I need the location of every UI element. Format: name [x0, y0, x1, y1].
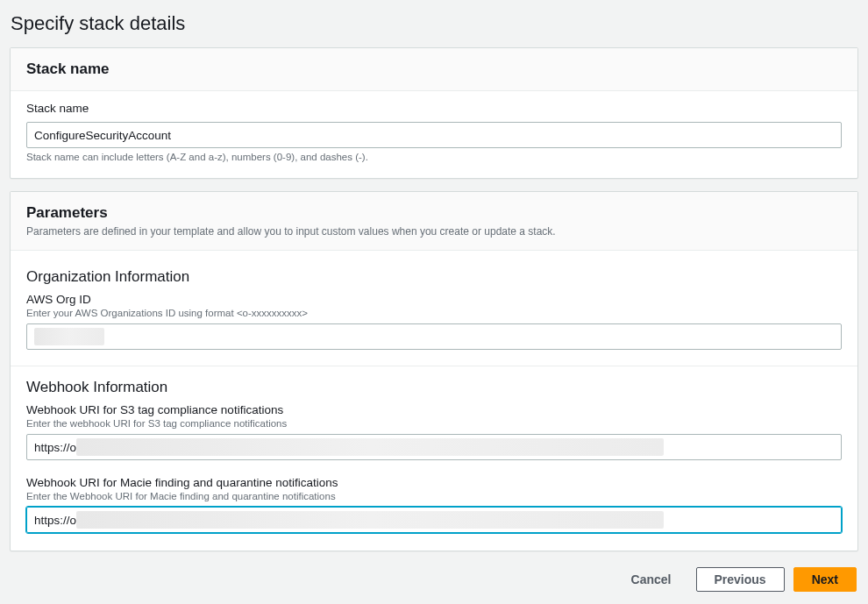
aws-org-id-block: AWS Org ID Enter your AWS Organizations …: [26, 293, 842, 350]
cancel-button[interactable]: Cancel: [615, 567, 687, 592]
webhook-macie-block: Webhook URI for Macie finding and quaran…: [26, 476, 842, 533]
aws-org-id-desc: Enter your AWS Organizations ID using fo…: [26, 308, 842, 318]
webhook-s3-label: Webhook URI for S3 tag compliance notifi…: [26, 403, 842, 416]
next-button[interactable]: Next: [793, 567, 857, 592]
stack-name-hint: Stack name can include letters (A-Z and …: [26, 152, 842, 162]
webhook-s3-block: Webhook URI for S3 tag compliance notifi…: [26, 403, 842, 460]
stack-name-input[interactable]: [26, 122, 842, 148]
webhook-macie-input[interactable]: https://o: [26, 507, 842, 533]
aws-org-id-label: AWS Org ID: [26, 293, 842, 306]
page-title: Specify stack details: [11, 12, 858, 35]
stack-name-label: Stack name: [26, 102, 842, 115]
footer-actions: Cancel Previous Next: [10, 564, 858, 592]
redacted-value: [34, 328, 104, 345]
redacted-value: [76, 511, 664, 529]
parameters-panel: Parameters Parameters are defined in you…: [10, 191, 858, 551]
webhook-s3-desc: Enter the webhook URI for S3 tag complia…: [26, 418, 842, 429]
previous-button[interactable]: Previous: [696, 567, 785, 592]
webhook-s3-prefix: https://o: [31, 441, 76, 454]
stack-name-panel: Stack name Stack name Stack name can inc…: [10, 47, 858, 179]
stack-name-heading: Stack name: [26, 60, 842, 78]
parameters-description: Parameters are defined in your template …: [26, 225, 842, 238]
webhook-macie-label: Webhook URI for Macie finding and quaran…: [26, 476, 842, 489]
parameters-header: Parameters Parameters are defined in you…: [11, 192, 857, 251]
webhook-info-title: Webhook Information: [26, 379, 842, 396]
stack-name-header: Stack name: [11, 48, 857, 91]
aws-org-id-input[interactable]: [26, 323, 842, 350]
org-info-title: Organization Information: [26, 268, 842, 286]
redacted-value: [76, 438, 664, 456]
webhook-macie-prefix: https://o: [31, 514, 76, 527]
parameters-heading: Parameters: [26, 204, 842, 222]
webhook-macie-desc: Enter the Webhook URI for Macie finding …: [26, 491, 842, 501]
webhook-s3-input[interactable]: https://o: [26, 434, 842, 460]
divider: [11, 366, 857, 366]
